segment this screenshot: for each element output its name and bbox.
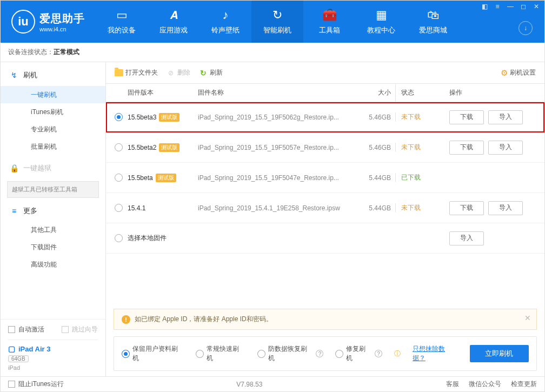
- row-radio[interactable]: [115, 143, 123, 151]
- window-maximize-icon[interactable]: ◻: [520, 3, 527, 10]
- nav-2[interactable]: ♪铃声壁纸: [200, 1, 251, 43]
- sidebar-item-0-1[interactable]: iTunes刷机: [1, 103, 105, 121]
- import-button[interactable]: 导入: [449, 231, 484, 245]
- firmware-row-0[interactable]: 15.5beta3 测试版iPad_Spring_2019_15.5_19F50…: [106, 102, 544, 132]
- device-icon: ▢: [8, 344, 15, 353]
- open-folder-button[interactable]: 打开文件夹: [115, 68, 158, 77]
- col-name: 固件名称: [198, 88, 354, 97]
- sidebar-item-0-0[interactable]: 一键刷机: [1, 86, 105, 103]
- nav-icon: 🛍: [427, 8, 439, 22]
- col-status: 状态: [395, 84, 444, 102]
- notice-bar: ! 如已绑定 Apple ID，请准备好 Apple ID和密码。 ✕: [114, 309, 537, 330]
- firmware-version: 15.5beta3 测试版: [128, 113, 198, 122]
- top-nav: ▭我的设备𝘼应用游戏♪铃声壁纸↻智能刷机🧰工具箱▦教程中心🛍爱思商城: [96, 1, 459, 43]
- row-radio[interactable]: [115, 204, 123, 212]
- help-icon[interactable]: ?: [316, 350, 323, 357]
- window-controls: ◧ ≡ — ◻ ✕: [481, 3, 540, 10]
- row-radio[interactable]: [115, 113, 123, 121]
- footer-link-0[interactable]: 客服: [446, 380, 459, 389]
- firmware-status: 未下载: [401, 204, 421, 211]
- firmware-row-1[interactable]: 15.5beta2 测试版iPad_Spring_2019_15.5_19F50…: [106, 132, 544, 163]
- sidebar: ↯刷机一键刷机iTunes刷机专业刷机批量刷机🔒一键越狱越狱工具已转移至工具箱≡…: [1, 62, 106, 376]
- sidebar-note: 越狱工具已转移至工具箱: [7, 181, 99, 198]
- firmware-version: 选择本地固件: [128, 234, 198, 243]
- footer-link-2[interactable]: 检查更新: [511, 380, 537, 389]
- firmware-row-2[interactable]: 15.5beta 测试版iPad_Spring_2019_15.5_19F504…: [106, 163, 544, 193]
- flash-settings-button[interactable]: ⚙ 刷机设置: [501, 68, 536, 78]
- folder-icon: [115, 69, 123, 76]
- device-name: iPad Air 3: [18, 345, 50, 353]
- nav-5[interactable]: ▦教程中心: [355, 1, 407, 43]
- row-radio[interactable]: [115, 174, 123, 182]
- sidebar-item-2-1[interactable]: 下载固件: [1, 239, 105, 256]
- delete-icon: ⊘: [167, 69, 175, 77]
- erase-only-link[interactable]: 只想抹除数据？: [413, 344, 458, 363]
- firmware-size: 5.44GB: [369, 174, 391, 182]
- sidebar-item-2-0[interactable]: 其他工具: [1, 222, 105, 239]
- sidebar-group-1[interactable]: 🔒一键越狱: [1, 157, 105, 179]
- refresh-button[interactable]: ↻ 刷新: [199, 68, 223, 77]
- block-itunes-label: 阻止iTunes运行: [18, 380, 64, 389]
- app-version: V7.98.53: [236, 381, 262, 388]
- firmware-row-4[interactable]: 选择本地固件导入: [106, 223, 544, 254]
- nav-4[interactable]: 🧰工具箱: [303, 1, 355, 43]
- beta-tag: 测试版: [156, 174, 176, 182]
- sidebar-item-0-2[interactable]: 专业刷机: [1, 121, 105, 138]
- firmware-status: 已下载: [401, 174, 421, 181]
- sidebar-group-0[interactable]: ↯刷机: [1, 64, 105, 86]
- download-indicator-icon[interactable]: ↓: [519, 21, 533, 35]
- refresh-icon: ↻: [199, 69, 208, 77]
- nav-3[interactable]: ↻智能刷机: [251, 1, 303, 43]
- sidebar-group-2[interactable]: ≡更多: [1, 200, 105, 222]
- opt-keep-data[interactable]: 保留用户资料刷机: [122, 344, 184, 363]
- sidebar-item-2-2[interactable]: 高级功能: [1, 256, 105, 274]
- firmware-size: 5.46GB: [369, 144, 391, 151]
- firmware-filename: iPad_Spring_2019_15.5_19F5057e_Restore.i…: [198, 144, 339, 151]
- logo: iu 爱思助手 www.i4.cn: [11, 10, 85, 34]
- col-ops: 操作: [444, 88, 536, 97]
- status-prefix: 设备连接状态：: [8, 48, 54, 57]
- nav-1[interactable]: 𝘼应用游戏: [148, 1, 200, 43]
- flash-now-button[interactable]: 立即刷机: [470, 345, 529, 362]
- footer-bar: 阻止iTunes运行 V7.98.53 客服微信公众号检查更新: [1, 376, 544, 391]
- warning-icon: !: [122, 315, 130, 324]
- opt-normal[interactable]: 常规快速刷机: [196, 344, 245, 363]
- window-tshirt-icon[interactable]: ◧: [481, 3, 488, 10]
- download-button[interactable]: 下载: [449, 110, 484, 124]
- nav-icon: 𝘼: [170, 8, 178, 22]
- import-button[interactable]: 导入: [488, 201, 523, 215]
- help-icon[interactable]: ?: [375, 350, 382, 357]
- import-button[interactable]: 导入: [488, 110, 523, 124]
- opt-repair[interactable]: 修复刷机?: [335, 344, 382, 363]
- sidebar-item-0-3[interactable]: 批量刷机: [1, 138, 105, 155]
- window-minimize-icon[interactable]: —: [507, 3, 514, 10]
- col-version: 固件版本: [128, 88, 198, 97]
- skip-guide-checkbox[interactable]: [62, 326, 69, 333]
- device-type: iPad: [8, 364, 98, 371]
- nav-icon: 🧰: [322, 8, 337, 22]
- beta-tag: 测试版: [159, 143, 180, 152]
- device-storage: 64GB: [8, 355, 29, 362]
- import-button[interactable]: 导入: [488, 141, 523, 155]
- download-button[interactable]: 下载: [449, 201, 484, 215]
- nav-6[interactable]: 🛍爱思商城: [407, 1, 459, 43]
- auto-activate-checkbox[interactable]: [8, 326, 15, 333]
- flash-options-bar: 保留用户资料刷机 常规快速刷机 防数据恢复刷机? 修复刷机? ⓘ 只想抹除数据？…: [114, 336, 537, 371]
- window-menu-icon[interactable]: ≡: [494, 3, 501, 10]
- notice-close-icon[interactable]: ✕: [524, 314, 531, 322]
- app-title: 爱思助手: [39, 11, 85, 26]
- window-close-icon[interactable]: ✕: [533, 3, 540, 10]
- footer-link-1[interactable]: 微信公众号: [469, 380, 501, 389]
- firmware-row-3[interactable]: 15.4.1iPad_Spring_2019_15.4.1_19E258_Res…: [106, 193, 544, 223]
- download-button[interactable]: 下载: [449, 141, 484, 155]
- opt-anti-recovery[interactable]: 防数据恢复刷机?: [257, 344, 323, 363]
- row-radio[interactable]: [115, 234, 123, 242]
- status-mode: 正常模式: [54, 48, 79, 57]
- sidebar-bottom: 自动激活 跳过向导 ▢ iPad Air 3 64GB iPad: [1, 319, 105, 376]
- firmware-version: 15.4.1: [128, 204, 198, 212]
- app-header: iu 爱思助手 www.i4.cn ▭我的设备𝘼应用游戏♪铃声壁纸↻智能刷机🧰工…: [1, 1, 544, 43]
- nav-0[interactable]: ▭我的设备: [96, 1, 148, 43]
- beta-tag: 测试版: [159, 113, 180, 122]
- logo-icon: iu: [11, 10, 35, 34]
- block-itunes-checkbox[interactable]: [8, 381, 15, 388]
